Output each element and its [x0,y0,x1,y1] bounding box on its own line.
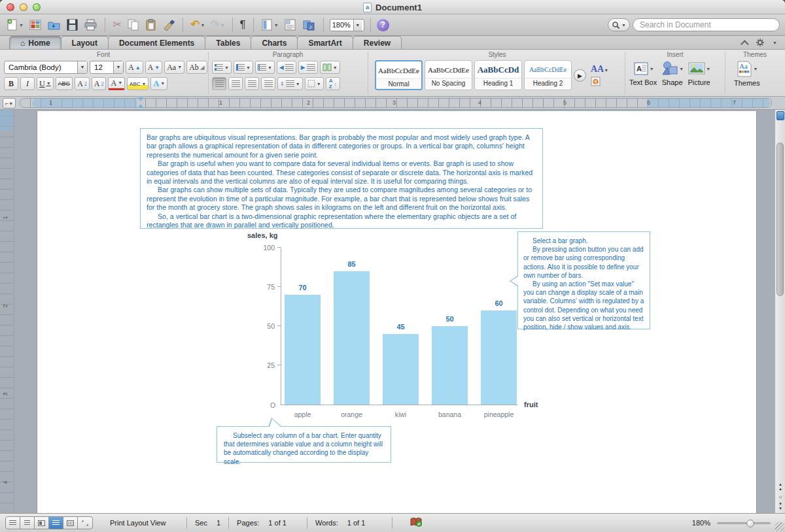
chart-bar-orange[interactable] [334,271,370,405]
sort-button[interactable]: AZ↓ [326,77,340,90]
underline-button[interactable]: U▼ [37,77,54,90]
publishing-view-button[interactable] [35,517,49,529]
insert-text-box-button[interactable]: A▼ Text Box [629,60,657,86]
tab-stop-selector[interactable]: ⌐▼ [3,98,16,108]
copy-button[interactable] [126,17,141,33]
pages-status[interactable]: Pages:1 of 1 [229,517,307,529]
subscript-button[interactable]: A2 [92,77,107,90]
font-size-combo[interactable]: 12▼ [90,61,124,74]
toggle-ruler-button[interactable] [776,111,784,120]
tab-review[interactable]: Review [353,36,402,49]
decrease-indent-button[interactable]: ◀ [277,61,296,74]
tab-document-elements[interactable]: Document Elements [108,36,205,49]
show-styles-button[interactable] [283,17,298,33]
style-heading-2[interactable]: AaBbCcDdEe Heading 2 [524,60,572,90]
tab-smartart[interactable]: SmartArt [297,36,353,49]
strikethrough-button[interactable]: ABC [56,77,73,90]
view-status[interactable]: Print Layout View [102,517,187,529]
shrink-font-button[interactable]: A▼ [145,61,163,74]
increase-indent-button[interactable]: ▶ [298,61,318,74]
style-normal[interactable]: AaBbCcDdEe Normal [375,60,423,90]
gallery-button[interactable] [27,17,43,33]
bullets-button[interactable]: ▼ [212,61,232,74]
callout-right[interactable]: Select a bar graph. By pressing action b… [517,231,650,329]
save-button[interactable] [65,17,80,33]
words-status[interactable]: Words:1 of 1 [307,517,392,529]
numbering-button[interactable]: ▼ [234,61,253,74]
chart-bar-banana[interactable] [432,326,468,405]
align-left-button[interactable] [212,77,226,90]
line-spacing-button[interactable]: ⇕▼ [277,77,303,90]
justify-button[interactable] [261,77,275,90]
print-button[interactable] [82,17,99,33]
media-browser-button[interactable]: ♪ [301,17,317,33]
text-effects-button[interactable]: A▼ [150,77,167,90]
italic-button[interactable]: I [20,77,35,90]
tab-charts[interactable]: Charts [251,36,298,49]
scrollbar-thumb[interactable] [776,142,784,296]
browse-object-button[interactable]: ○ [776,493,785,503]
tab-tables[interactable]: Tables [205,36,251,49]
vertical-scrollbar[interactable]: ▲▲ ○ ▼▼ [775,110,785,513]
full-screen-button[interactable] [78,517,92,529]
search-input[interactable] [633,18,780,31]
collapse-ribbon-button[interactable] [741,40,749,48]
show-paragraph-marks-button[interactable]: ¶ [239,17,247,33]
callout-bottom[interactable]: Subselect any column of a bar chart. Ent… [217,426,391,463]
superscript-button[interactable]: A2 [75,77,90,90]
chart-bar-kiwi[interactable] [383,334,419,405]
grow-font-button[interactable]: A▲ [126,61,143,74]
next-page-button[interactable]: ▼▼ [776,502,785,512]
borders-button[interactable]: ▼ [305,77,324,90]
section-status[interactable]: Sec1 [187,517,229,529]
document-page[interactable]: Bar graphs are ubiquitous visual represe… [37,111,757,513]
insert-picture-button[interactable]: ▼ Picture [688,60,710,86]
horizontal-ruler[interactable]: 1 1 2 3 4 5 6 7 [20,98,772,108]
vertical-ruler[interactable]: 1 2 3 4 [0,110,14,513]
cut-button[interactable]: ✂ [111,17,123,33]
align-right-button[interactable] [245,77,259,90]
style-no-spacing[interactable]: AaBbCcDdEe No Spacing [425,60,472,90]
multilevel-list-button[interactable]: ▼ [255,61,275,74]
change-case-button[interactable]: Aa▼ [164,61,184,74]
bar-chart-plot[interactable]: sales, kg fruit O 70apple85orange45kiwi5… [281,248,517,405]
print-layout-view-button[interactable] [49,517,63,529]
zoom-slider[interactable] [717,522,771,524]
more-styles-button[interactable]: ▶ [574,69,586,82]
paste-button[interactable] [143,17,158,33]
notebook-view-button[interactable] [63,517,78,529]
insert-shape-button[interactable]: ▼ Shape [661,60,684,86]
tab-home[interactable]: ⌂Home [9,36,61,49]
undo-button[interactable]: ↶▼ [189,17,206,33]
search-options-button[interactable]: ▼ [608,18,630,31]
indent-marker[interactable] [138,97,144,108]
draft-view-button[interactable] [6,517,20,529]
intro-text-box[interactable]: Bar graphs are ubiquitous visual represe… [140,128,543,229]
themes-button[interactable]: Aa▼ Themes [734,60,760,87]
zoom-combo[interactable]: 180% ▼ [330,19,364,31]
gear-icon[interactable] [756,38,766,47]
change-styles-button[interactable]: AA▼ [591,64,608,75]
page-layout-button[interactable]: ▼ [260,17,280,33]
outline-view-button[interactable] [20,517,35,529]
font-family-combo[interactable]: Cambria (Body)▼ [4,61,88,74]
new-document-button[interactable]: ▼ [5,17,25,33]
zoom-slider-knob[interactable] [746,520,754,527]
columns-button[interactable]: ▼ [320,61,340,74]
chart-bar-pineapple[interactable] [481,310,517,405]
spellcheck-status[interactable] [410,517,423,529]
highlight-button[interactable]: ABC▼ [127,77,148,90]
align-center-button[interactable] [228,77,243,90]
tab-layout[interactable]: Layout [61,36,109,49]
previous-page-button[interactable]: ▲▲ [776,482,785,492]
resize-grip[interactable] [775,522,784,531]
chevron-down-icon[interactable]: ▼ [353,20,362,31]
format-painter-button[interactable] [161,17,177,33]
clear-formatting-button[interactable]: Ab◢ [186,61,207,74]
manage-styles-icon[interactable]: ¶ [591,76,601,87]
bold-button[interactable]: B [4,77,18,90]
style-heading-1[interactable]: AaBbCcDd Heading 1 [474,60,522,90]
help-button[interactable]: ? [377,19,389,31]
redo-button[interactable]: ↷▼ [209,17,226,33]
font-color-button[interactable]: A▼ [108,77,125,90]
